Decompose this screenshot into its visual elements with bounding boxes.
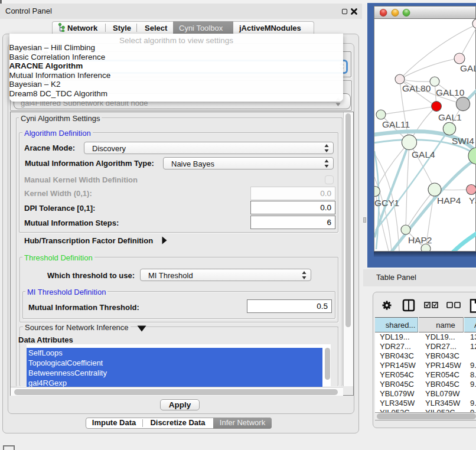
svg-text:GAL11: GAL11 [382, 119, 410, 129]
svg-text:SWI4: SWI4 [452, 136, 474, 146]
svg-text:GAL4: GAL4 [412, 149, 435, 159]
svg-text:YJ: YJ [469, 195, 476, 206]
svg-text:GAL10: GAL10 [436, 87, 465, 97]
svg-text:GAL80: GAL80 [402, 83, 431, 93]
svg-text:HAP4: HAP4 [437, 195, 461, 206]
svg-text:GAL1: GAL1 [438, 112, 462, 122]
svg-text:HAP2: HAP2 [408, 235, 432, 245]
svg-text:GCY1: GCY1 [374, 198, 399, 208]
svg-text:GAL7: GAL7 [460, 63, 476, 73]
